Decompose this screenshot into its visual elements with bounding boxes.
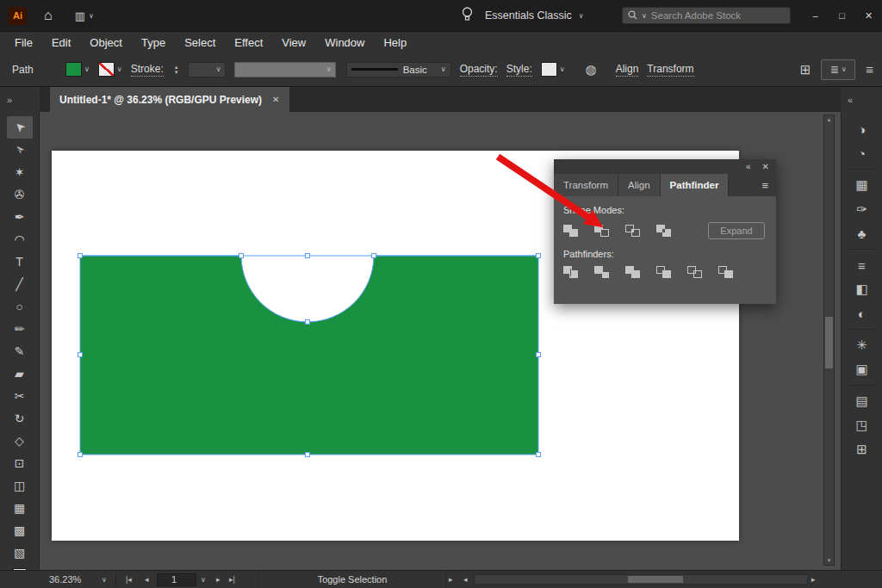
direct-selection-tool[interactable]: ➢ bbox=[7, 139, 33, 161]
minus-back-button[interactable] bbox=[718, 266, 733, 278]
toolbar-expand-button[interactable]: » bbox=[0, 87, 40, 112]
graphic-styles-panel-button[interactable]: ▣ bbox=[842, 357, 882, 381]
transparency-panel-button[interactable]: ◐ bbox=[842, 301, 882, 325]
workspace-switcher[interactable]: Essentials Classic ∨ bbox=[485, 9, 584, 22]
horizontal-scroll-thumb[interactable] bbox=[628, 576, 683, 583]
divide-button[interactable] bbox=[563, 266, 578, 278]
lasso-tool[interactable]: ✇ bbox=[7, 183, 33, 206]
line-segment-tool[interactable]: ╱ bbox=[7, 273, 33, 295]
menu-help[interactable]: Help bbox=[374, 36, 416, 49]
search-adobe-stock-input[interactable]: ∨ Search Adobe Stock bbox=[622, 7, 791, 24]
document-tab[interactable]: Untitled-1* @ 36.23% (RGB/GPU Preview) ✕ bbox=[50, 87, 289, 112]
crop-button[interactable] bbox=[656, 266, 671, 278]
close-panel-icon[interactable]: ✕ bbox=[762, 162, 769, 171]
lightbulb-icon[interactable] bbox=[462, 7, 473, 25]
scroll-down-icon[interactable]: ▾ bbox=[824, 557, 834, 564]
free-transform-tool[interactable]: ⊡ bbox=[7, 452, 33, 474]
swatches-panel-button[interactable]: ▦ bbox=[842, 173, 882, 197]
panel-menu-icon[interactable]: ≡ bbox=[754, 174, 776, 196]
symbols-panel-button[interactable]: ♣ bbox=[842, 221, 882, 245]
status-display[interactable]: Toggle Selection bbox=[258, 571, 446, 588]
fill-color-swatch[interactable] bbox=[65, 62, 82, 77]
fill-color-control[interactable]: ∨ bbox=[65, 62, 90, 77]
style-swatch[interactable] bbox=[541, 62, 557, 77]
gradient-panel-button[interactable]: ◧ bbox=[842, 277, 882, 301]
exclude-button[interactable] bbox=[656, 225, 671, 237]
opacity-label[interactable]: Opacity: bbox=[460, 63, 498, 77]
tab-close-icon[interactable]: ✕ bbox=[272, 95, 279, 104]
color-guide-panel-button[interactable]: ◔ bbox=[842, 141, 882, 165]
menu-select[interactable]: Select bbox=[175, 36, 225, 49]
outline-button[interactable] bbox=[687, 266, 702, 278]
ellipse-tool[interactable]: ○ bbox=[7, 295, 33, 318]
close-button[interactable]: ✕ bbox=[855, 0, 882, 31]
pen-tool[interactable]: ✒ bbox=[7, 206, 33, 228]
step-down-icon[interactable]: ▼ bbox=[174, 70, 179, 75]
stroke-weight-field[interactable]: ∨ bbox=[188, 62, 226, 77]
menu-edit[interactable]: Edit bbox=[42, 36, 80, 49]
shaper-tool[interactable]: ✎ bbox=[7, 340, 33, 362]
menu-window[interactable]: Window bbox=[315, 36, 374, 49]
layers-panel-button[interactable]: ▤ bbox=[842, 389, 882, 413]
stroke-color-swatch[interactable] bbox=[98, 62, 115, 77]
stroke-color-control[interactable]: ∨ bbox=[98, 62, 122, 77]
eraser-tool[interactable]: ▰ bbox=[7, 362, 33, 385]
stroke-label[interactable]: Stroke: bbox=[131, 63, 164, 77]
align-options-button[interactable]: ≣ ∨ bbox=[821, 59, 855, 80]
selection-tool[interactable]: ➤ bbox=[7, 116, 33, 139]
menu-file[interactable]: File bbox=[5, 36, 42, 49]
brush-definition-dropdown[interactable]: Basic ∨ bbox=[346, 62, 451, 77]
brushes-panel-button[interactable]: ✑ bbox=[842, 197, 882, 221]
tab-align[interactable]: Align bbox=[618, 174, 661, 196]
tab-pathfinder[interactable]: Pathfinder bbox=[661, 174, 730, 196]
expand-button[interactable]: Expand bbox=[708, 222, 765, 239]
perspective-grid-tool[interactable]: ▦ bbox=[7, 497, 33, 519]
horizontal-scrollbar[interactable] bbox=[474, 574, 808, 585]
trim-button[interactable] bbox=[594, 266, 609, 278]
dock-expand-button[interactable]: « bbox=[841, 87, 882, 112]
maximize-button[interactable]: □ bbox=[829, 0, 855, 31]
rotate-tool[interactable]: ↻ bbox=[7, 407, 33, 430]
vertical-scrollbar[interactable]: ▴ ▾ bbox=[823, 115, 835, 566]
minus-front-button[interactable] bbox=[594, 225, 609, 237]
merge-button[interactable] bbox=[625, 266, 640, 278]
style-swatch-control[interactable]: ∨ bbox=[541, 62, 565, 77]
gradient-tool[interactable]: ▧ bbox=[7, 542, 33, 564]
align-link[interactable]: Align bbox=[616, 63, 639, 77]
menu-type[interactable]: Type bbox=[132, 36, 175, 49]
width-profile-dropdown[interactable]: ∨ bbox=[234, 62, 336, 77]
appearance-panel-button[interactable]: ✳ bbox=[842, 333, 882, 357]
tab-transform[interactable]: Transform bbox=[554, 174, 618, 196]
style-label[interactable]: Style: bbox=[506, 63, 532, 77]
curvature-tool[interactable]: ◠ bbox=[7, 228, 33, 251]
color-panel-button[interactable]: ◑ bbox=[842, 117, 882, 141]
vertical-scroll-thumb[interactable] bbox=[825, 317, 833, 368]
scissors-tool[interactable]: ✂ bbox=[7, 385, 33, 407]
artboards-panel-button[interactable]: ◳ bbox=[842, 413, 882, 437]
document-setup-globe-icon[interactable]: ◍ bbox=[586, 62, 597, 77]
paintbrush-tool[interactable]: ✏ bbox=[7, 318, 33, 340]
stroke-weight-stepper[interactable]: ▲ ▼ bbox=[174, 65, 179, 75]
stroke-panel-button[interactable]: ≡ bbox=[842, 253, 882, 277]
artboard-number-field[interactable]: 1 bbox=[157, 573, 196, 586]
artboard-dropdown-icon[interactable]: ∨ bbox=[201, 571, 206, 588]
magic-wand-tool[interactable]: ✶ bbox=[7, 161, 33, 183]
intersect-button[interactable] bbox=[625, 225, 640, 237]
next-artboard-button[interactable]: ▸ bbox=[216, 571, 220, 588]
transform-link[interactable]: Transform bbox=[647, 63, 693, 77]
status-display-options-icon[interactable]: ▸ bbox=[449, 571, 453, 588]
scroll-right-icon[interactable]: ▸ bbox=[811, 571, 816, 588]
arrange-documents-button[interactable]: ▥ ∨ bbox=[75, 9, 94, 22]
menu-effect[interactable]: Effect bbox=[225, 36, 272, 49]
mesh-tool[interactable]: ▩ bbox=[7, 519, 33, 542]
zoom-dropdown-icon[interactable]: ∨ bbox=[102, 571, 107, 588]
panel-menu-icon[interactable]: ≡ bbox=[866, 62, 873, 77]
scroll-up-icon[interactable]: ▴ bbox=[824, 116, 834, 123]
shape-builder-tool[interactable]: ◫ bbox=[7, 474, 33, 497]
menu-view[interactable]: View bbox=[272, 36, 315, 49]
previous-artboard-button[interactable]: ◂ bbox=[145, 571, 149, 588]
asset-export-panel-button[interactable]: ⊞ bbox=[842, 437, 882, 461]
first-artboard-button[interactable]: |◂ bbox=[126, 571, 132, 588]
scroll-left-icon[interactable]: ◂ bbox=[463, 571, 468, 588]
zoom-level[interactable]: 36.23% bbox=[49, 571, 81, 588]
